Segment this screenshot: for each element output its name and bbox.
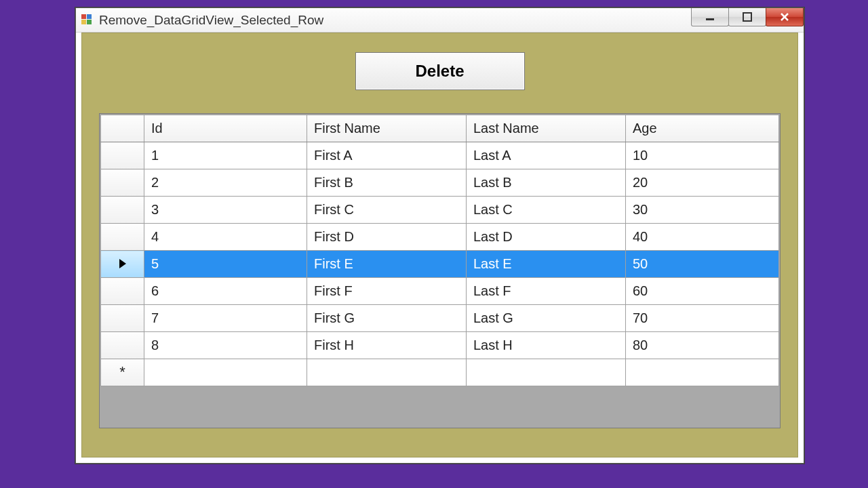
maximize-button[interactable] <box>728 8 766 26</box>
cell-id[interactable]: 1 <box>144 142 307 169</box>
column-header-first[interactable]: First Name <box>307 115 467 142</box>
delete-button[interactable]: Delete <box>355 52 525 90</box>
form-client-area: Delete Id First Name Last Name Age 1Firs… <box>81 33 798 458</box>
row-header[interactable]: * <box>101 359 144 386</box>
cell-last[interactable]: Last H <box>467 332 626 359</box>
empty-cell[interactable] <box>307 359 467 386</box>
cell-age[interactable]: 30 <box>626 197 779 224</box>
cell-last[interactable]: Last G <box>467 305 626 332</box>
cell-first[interactable]: First G <box>307 305 467 332</box>
cell-first[interactable]: First H <box>307 332 467 359</box>
cell-age[interactable]: 50 <box>626 251 779 278</box>
cell-last[interactable]: Last E <box>467 251 626 278</box>
cell-age[interactable]: 20 <box>626 169 779 197</box>
table-row[interactable]: 5First ELast E50 <box>101 251 779 278</box>
cell-first[interactable]: First C <box>307 197 467 224</box>
app-window: Remove_DataGridView_Selected_Row Delete <box>75 7 804 464</box>
row-header[interactable] <box>101 197 144 224</box>
svg-rect-0 <box>706 18 714 20</box>
svg-rect-1 <box>743 13 751 21</box>
cell-first[interactable]: First E <box>307 251 467 278</box>
cell-last[interactable]: Last A <box>467 142 626 169</box>
app-icon <box>81 14 94 26</box>
empty-cell[interactable] <box>626 359 779 386</box>
cell-last[interactable]: Last D <box>467 224 626 251</box>
corner-header[interactable] <box>101 115 144 142</box>
cell-first[interactable]: First B <box>307 169 467 197</box>
table-row[interactable]: 4First DLast D40 <box>101 224 779 251</box>
cell-last[interactable]: Last B <box>467 169 626 197</box>
close-button[interactable] <box>766 8 804 26</box>
new-row-star-icon: * <box>119 363 125 380</box>
row-header[interactable] <box>101 142 144 169</box>
cell-id[interactable]: 2 <box>144 169 307 197</box>
window-controls <box>692 8 804 26</box>
cell-id[interactable]: 6 <box>144 278 307 305</box>
table-row[interactable]: 1First ALast A10 <box>101 142 779 169</box>
empty-cell[interactable] <box>144 359 307 386</box>
cell-id[interactable]: 5 <box>144 251 307 278</box>
cell-last[interactable]: Last F <box>467 278 626 305</box>
row-header[interactable] <box>101 169 144 197</box>
cell-age[interactable]: 70 <box>626 305 779 332</box>
row-header[interactable] <box>101 278 144 305</box>
cell-age[interactable]: 80 <box>626 332 779 359</box>
table-row[interactable]: 2First BLast B20 <box>101 169 779 197</box>
cell-last[interactable]: Last C <box>467 197 626 224</box>
empty-cell[interactable] <box>467 359 626 386</box>
window-title: Remove_DataGridView_Selected_Row <box>99 13 323 28</box>
cell-age[interactable]: 10 <box>626 142 779 169</box>
table-row[interactable]: 7First GLast G70 <box>101 305 779 332</box>
column-header-row: Id First Name Last Name Age <box>101 115 779 142</box>
cell-id[interactable]: 7 <box>144 305 307 332</box>
current-row-indicator-icon <box>119 259 126 268</box>
grid-footer <box>100 386 779 408</box>
cell-id[interactable]: 4 <box>144 224 307 251</box>
cell-first[interactable]: First F <box>307 278 467 305</box>
table-row[interactable]: 6First FLast F60 <box>101 278 779 305</box>
titlebar[interactable]: Remove_DataGridView_Selected_Row <box>76 8 804 33</box>
column-header-age[interactable]: Age <box>626 115 779 142</box>
column-header-last[interactable]: Last Name <box>467 115 626 142</box>
row-header[interactable] <box>101 305 144 332</box>
cell-id[interactable]: 3 <box>144 197 307 224</box>
cell-first[interactable]: First D <box>307 224 467 251</box>
column-header-id[interactable]: Id <box>144 115 307 142</box>
minimize-button[interactable] <box>691 8 729 26</box>
row-header[interactable] <box>101 224 144 251</box>
cell-age[interactable]: 40 <box>626 224 779 251</box>
table-row[interactable]: 3First CLast C30 <box>101 197 779 224</box>
cell-age[interactable]: 60 <box>626 278 779 305</box>
new-row[interactable]: * <box>101 359 779 386</box>
cell-id[interactable]: 8 <box>144 332 307 359</box>
row-header[interactable] <box>101 332 144 359</box>
row-header[interactable] <box>101 251 144 278</box>
cell-first[interactable]: First A <box>307 142 467 169</box>
table-row[interactable]: 8First HLast H80 <box>101 332 779 359</box>
datagridview[interactable]: Id First Name Last Name Age 1First ALast… <box>99 113 781 428</box>
